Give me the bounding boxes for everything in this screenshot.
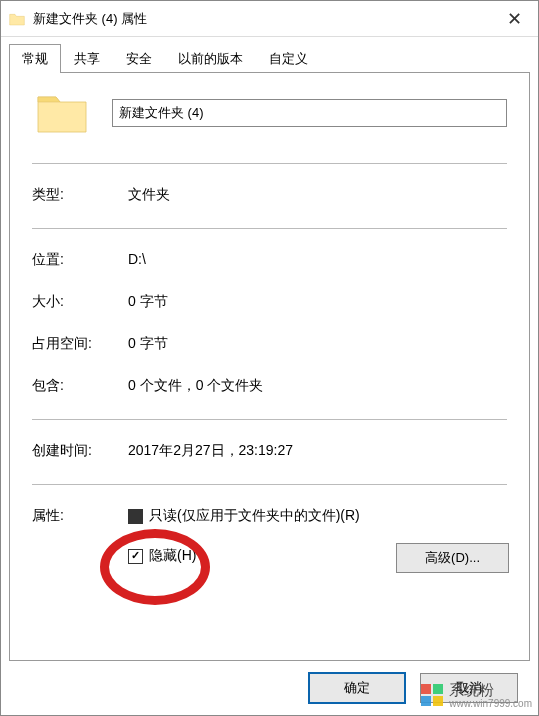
value-type: 文件夹 — [128, 186, 507, 204]
readonly-checkbox-row: 只读(仅应用于文件夹中的文件)(R) — [128, 507, 360, 525]
row-size-on-disk: 占用空间: 0 字节 — [32, 335, 507, 353]
divider — [32, 228, 507, 229]
watermark-logo-icon — [421, 684, 443, 706]
row-created: 创建时间: 2017年2月27日，23:19:27 — [32, 442, 507, 460]
value-size: 0 字节 — [128, 293, 507, 311]
tab-security[interactable]: 安全 — [113, 44, 165, 73]
watermark-brand: 系统粉 — [449, 682, 532, 699]
hidden-checkbox-row: 隐藏(H) — [128, 547, 360, 565]
advanced-button[interactable]: 高级(D)... — [396, 543, 509, 573]
divider — [32, 419, 507, 420]
folder-large-icon — [36, 91, 88, 135]
tab-general[interactable]: 常规 — [9, 44, 61, 73]
watermark-text: 系统粉 www.win7999.com — [449, 682, 532, 710]
readonly-label: 只读(仅应用于文件夹中的文件)(R) — [149, 507, 360, 525]
divider — [32, 163, 507, 164]
label-location: 位置: — [32, 251, 128, 269]
watermark-url: www.win7999.com — [449, 698, 532, 709]
divider — [32, 484, 507, 485]
tabs-container: 常规 共享 安全 以前的版本 自定义 类型: 文件夹 位置: — [1, 37, 538, 661]
general-panel: 类型: 文件夹 位置: D:\ 大小: 0 字节 占用空间: 0 字节 包含: … — [9, 72, 530, 661]
value-location: D:\ — [128, 251, 507, 267]
window-title: 新建文件夹 (4) 属性 — [33, 10, 490, 28]
readonly-checkbox[interactable] — [128, 509, 143, 524]
folder-icon — [9, 12, 25, 26]
value-contains: 0 个文件，0 个文件夹 — [128, 377, 507, 395]
close-button[interactable]: ✕ — [490, 1, 538, 37]
row-location: 位置: D:\ — [32, 251, 507, 269]
row-attributes: 属性: 只读(仅应用于文件夹中的文件)(R) 隐藏(H) 高级(D)... — [32, 507, 507, 565]
titlebar: 新建文件夹 (4) 属性 ✕ — [1, 1, 538, 37]
value-created: 2017年2月27日，23:19:27 — [128, 442, 507, 460]
row-contains: 包含: 0 个文件，0 个文件夹 — [32, 377, 507, 395]
tab-customize[interactable]: 自定义 — [256, 44, 321, 73]
hidden-checkbox[interactable] — [128, 549, 143, 564]
watermark: 系统粉 www.win7999.com — [421, 682, 532, 710]
label-created: 创建时间: — [32, 442, 128, 460]
attributes-column: 只读(仅应用于文件夹中的文件)(R) 隐藏(H) — [128, 507, 360, 565]
label-size-on-disk: 占用空间: — [32, 335, 128, 353]
properties-dialog: 新建文件夹 (4) 属性 ✕ 常规 共享 安全 以前的版本 自定义 类型: 文件… — [0, 0, 539, 716]
folder-header-row — [32, 91, 507, 135]
value-size-on-disk: 0 字节 — [128, 335, 507, 353]
hidden-label: 隐藏(H) — [149, 547, 196, 565]
tab-share[interactable]: 共享 — [61, 44, 113, 73]
folder-name-input[interactable] — [112, 99, 507, 127]
ok-button[interactable]: 确定 — [308, 672, 406, 704]
row-size: 大小: 0 字节 — [32, 293, 507, 311]
label-contains: 包含: — [32, 377, 128, 395]
label-attributes: 属性: — [32, 507, 128, 525]
row-type: 类型: 文件夹 — [32, 186, 507, 204]
label-type: 类型: — [32, 186, 128, 204]
tab-previous-versions[interactable]: 以前的版本 — [165, 44, 256, 73]
tab-strip: 常规 共享 安全 以前的版本 自定义 — [9, 44, 530, 73]
label-size: 大小: — [32, 293, 128, 311]
